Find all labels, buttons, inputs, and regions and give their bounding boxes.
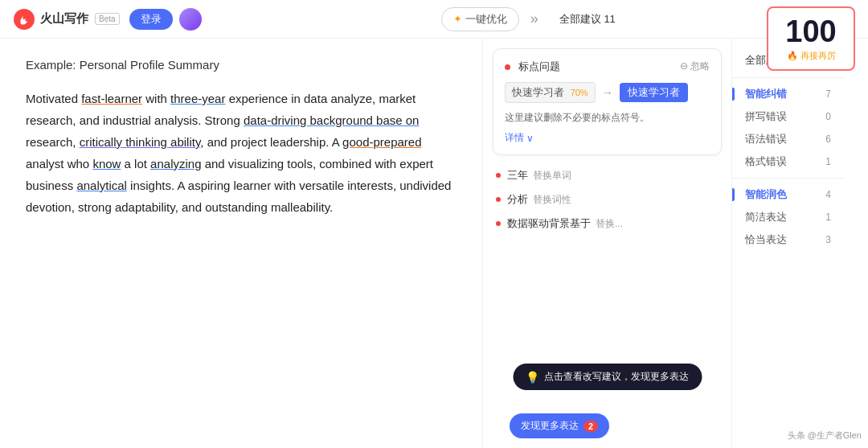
sidebar-count: 7 xyxy=(825,88,831,100)
discover-badge: 2 xyxy=(583,421,598,432)
sidebar-divider xyxy=(732,77,844,78)
star-icon: ✦ xyxy=(453,13,462,25)
item-action: 替换单词 xyxy=(533,169,571,183)
sidebar-label: 格式错误 xyxy=(745,154,787,169)
score-box: 100 🔥 再接再厉 xyxy=(767,6,855,71)
sidebar-label: 简洁表达 xyxy=(745,210,787,224)
avatar-button[interactable] xyxy=(179,8,202,31)
tooltip-popup: 💡 点击查看改写建议，发现更多表达 xyxy=(513,364,702,390)
card-dot xyxy=(505,64,510,70)
highlight-data-driving: data-driving background base on xyxy=(244,113,419,127)
more-button[interactable]: » xyxy=(526,7,543,31)
suggestions-count-label: 全部建议 11 xyxy=(559,12,616,27)
sidebar-count: 1 xyxy=(825,212,831,223)
sidebar-item-format[interactable]: 格式错误 1 xyxy=(732,150,844,173)
card-note: 这里建议删除不必要的标点符号。 xyxy=(505,111,710,125)
highlight-analyzing: analyzing xyxy=(150,157,201,171)
item-text: 数据驱动背景基于 xyxy=(507,216,591,231)
highlight-good-prepared: good-prepared xyxy=(342,135,421,149)
sidebar-label: 智能润色 xyxy=(745,187,787,202)
optimize-label: 一键优化 xyxy=(465,12,507,27)
main-layout: Example: Personal Profile Summary Motiva… xyxy=(0,39,868,448)
list-item[interactable]: 三年 替换单词 xyxy=(483,163,731,187)
chevron-down-icon: ∨ xyxy=(526,133,534,144)
suggestion-card: 标点问题 ⊖ 忽略 快速学习者 70% → 快速学习者 这里建议删除不必要的标点… xyxy=(493,48,722,155)
highlight-fast-learner: fast-learner xyxy=(81,92,142,105)
topbar: 火山写作 Beta 登录 ✦ 一键优化 » 全部建议 11 xyxy=(0,0,868,39)
item-action: 替换词性 xyxy=(533,193,571,207)
list-item[interactable]: 数据驱动背景基于 替换... xyxy=(483,212,731,236)
suggestion-panel: 标点问题 ⊖ 忽略 快速学习者 70% → 快速学习者 这里建议删除不必要的标点… xyxy=(482,39,731,448)
editor-area: Example: Personal Profile Summary Motiva… xyxy=(0,39,482,448)
discover-label: 发现更多表达 xyxy=(521,419,579,433)
sidebar-count: 1 xyxy=(825,156,831,167)
sidebar-label: 恰当表达 xyxy=(745,232,787,247)
bulb-icon: 💡 xyxy=(526,371,539,384)
card-ignore-button[interactable]: ⊖ 忽略 xyxy=(680,60,710,73)
sidebar-count: 6 xyxy=(825,134,831,145)
logo-area: 火山写作 Beta xyxy=(13,8,120,31)
score-sub: 🔥 再接再厉 xyxy=(787,50,836,62)
score-emoji: 🔥 xyxy=(787,51,798,61)
list-item[interactable]: 分析 替换词性 xyxy=(483,187,731,212)
original-tag: 快速学习者 70% xyxy=(505,82,596,103)
item-text: 分析 xyxy=(507,192,528,207)
sidebar-divider-2 xyxy=(732,178,844,179)
sidebar-item-concise[interactable]: 简洁表达 1 xyxy=(732,206,844,228)
highlight-three-year: three-year xyxy=(170,92,225,105)
logo-icon xyxy=(13,8,35,31)
sidebar-count: 3 xyxy=(825,234,831,245)
login-button[interactable]: 登录 xyxy=(129,9,173,30)
highlight-critically: critically thinking ability xyxy=(80,135,201,149)
sidebar-label: 语法错误 xyxy=(745,132,787,146)
card-title: 标点问题 xyxy=(518,60,560,72)
topbar-center: ✦ 一键优化 » 全部建议 11 xyxy=(202,7,855,31)
doc-content: Motivated fast-learner with three-year e… xyxy=(26,88,457,218)
replacement-tag[interactable]: 快速学习者 xyxy=(620,83,688,102)
right-sidebar: 全部建议 11 智能纠错 7 拼写错误 0 语法错误 6 格式错误 1 智能润色… xyxy=(731,39,844,448)
card-header: 标点问题 ⊖ 忽略 xyxy=(505,59,710,74)
dot-icon xyxy=(496,197,501,202)
card-title-row: 标点问题 xyxy=(505,59,560,74)
highlight-analytical: analytical xyxy=(76,179,127,192)
score-number: 100 xyxy=(785,16,836,47)
sidebar-count: 4 xyxy=(825,189,831,200)
sidebar-count: 0 xyxy=(825,111,831,122)
highlight-know: know xyxy=(92,157,121,171)
arrow-icon: → xyxy=(602,86,613,99)
logo-text: 火山写作 xyxy=(40,11,88,27)
sidebar-item-appropriate[interactable]: 恰当表达 3 xyxy=(732,228,844,251)
sidebar-label: 拼写错误 xyxy=(745,109,787,124)
dot-icon xyxy=(496,221,501,226)
item-text: 三年 xyxy=(507,168,528,183)
beta-badge: Beta xyxy=(95,13,120,25)
sidebar-item-smart-polish[interactable]: 智能润色 4 xyxy=(732,183,844,206)
original-score: 70% xyxy=(571,88,588,97)
discover-button[interactable]: 发现更多表达 2 xyxy=(510,413,609,438)
dot-icon xyxy=(496,173,501,178)
tooltip-text: 点击查看改写建议，发现更多表达 xyxy=(544,370,689,384)
replacement-row: 快速学习者 70% → 快速学习者 xyxy=(505,82,710,103)
sidebar-label: 智能纠错 xyxy=(745,87,787,101)
card-detail-button[interactable]: 详情 ∨ xyxy=(505,131,710,145)
watermark: 头条 @生产者Glen xyxy=(788,430,862,442)
doc-title: Example: Personal Profile Summary xyxy=(26,58,457,72)
score-sub-text: 再接再厉 xyxy=(800,50,836,62)
optimize-button[interactable]: ✦ 一键优化 xyxy=(441,7,519,31)
item-action: 替换... xyxy=(596,217,623,231)
sidebar-item-smart-correction[interactable]: 智能纠错 7 xyxy=(732,83,844,105)
sidebar-item-grammar[interactable]: 语法错误 6 xyxy=(732,128,844,150)
sidebar-item-spelling[interactable]: 拼写错误 0 xyxy=(732,105,844,128)
